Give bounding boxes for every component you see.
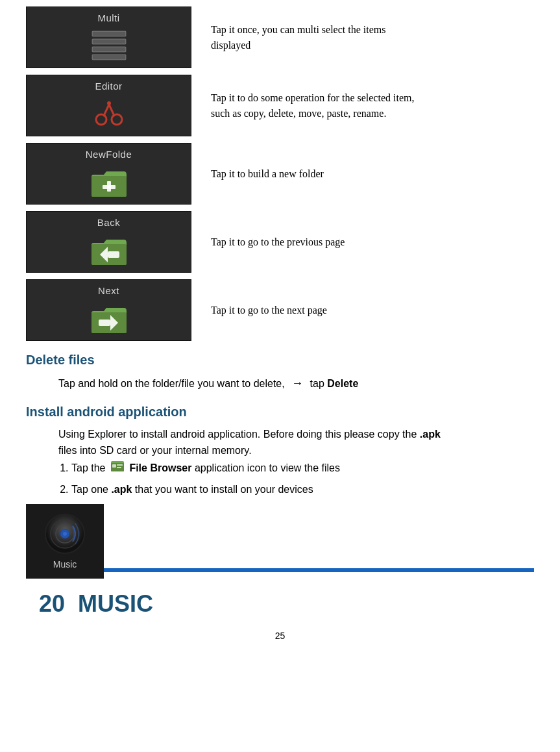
page-content: Multi Tap it once, you can multi s <box>0 0 560 654</box>
newfolder-desc-text: Tap it to build a new folder <box>211 168 324 179</box>
install-step-2: Tap one .apk that you want to install on… <box>71 481 534 498</box>
multi-label: Multi <box>97 12 119 23</box>
svg-point-34 <box>63 532 67 536</box>
chapter-title: MUSIC <box>78 590 153 618</box>
file-browser-icon <box>110 459 125 479</box>
svg-line-11 <box>109 105 114 116</box>
svg-rect-6 <box>92 55 126 60</box>
svg-rect-24 <box>99 320 110 326</box>
music-section: Music <box>26 504 534 579</box>
icon-rows: Multi Tap it once, you can multi s <box>26 6 534 341</box>
back-label: Back <box>97 217 120 228</box>
delete-heading: Delete files <box>26 353 534 368</box>
svg-rect-16 <box>103 185 116 189</box>
next-desc: Tap it to go to the next page <box>191 303 534 318</box>
svg-point-9 <box>112 114 122 125</box>
newfolder-graphic <box>90 163 128 199</box>
delete-arrow: → <box>291 377 303 390</box>
next-row: Next Tap it to go to the next page <box>26 279 534 341</box>
back-desc: Tap it to go to the previous page <box>191 234 534 250</box>
editor-label: Editor <box>95 81 122 92</box>
back-thumbnail: Back <box>26 211 191 273</box>
delete-bold: Delete <box>327 378 358 389</box>
next-label: Next <box>98 285 119 296</box>
svg-rect-4 <box>92 47 126 52</box>
svg-point-8 <box>96 114 106 125</box>
chapter-heading: 20 MUSIC <box>26 590 534 618</box>
next-thumbnail: Next <box>26 279 191 341</box>
svg-rect-0 <box>92 31 126 36</box>
svg-rect-29 <box>117 467 121 468</box>
delete-text-tap: tap <box>310 378 324 389</box>
svg-rect-27 <box>112 464 116 468</box>
chapter-number: 20 <box>39 590 65 618</box>
install-step-1: Tap the File Browser application icon to… <box>71 459 534 479</box>
next-graphic <box>90 299 128 335</box>
newfolder-thumbnail: NewFolde <box>26 143 191 205</box>
svg-rect-28 <box>117 464 123 466</box>
back-row: Back Tap it to go to the previous page <box>26 211 534 273</box>
back-graphic <box>90 231 128 267</box>
install-steps: Tap the File Browser application icon to… <box>71 459 534 497</box>
editor-row: Editor Tap it to do some operation for t… <box>26 75 534 136</box>
editor-thumbnail: Editor <box>26 75 191 136</box>
multi-thumbnail: Multi <box>26 6 191 68</box>
delete-text-before: Tap and hold on the folder/file you want… <box>58 378 285 389</box>
music-icon-label: Music <box>53 559 77 570</box>
apk-bold-2: .apk <box>111 484 132 495</box>
page-number: 25 <box>26 631 534 641</box>
install-intro: Using Explorer to install android applic… <box>58 426 534 459</box>
multi-desc: Tap it once, you can multi select the it… <box>191 22 534 53</box>
multi-row: Multi Tap it once, you can multi s <box>26 6 534 68</box>
install-heading: Install android application <box>26 405 534 420</box>
svg-rect-2 <box>92 39 126 44</box>
blue-divider <box>104 568 534 572</box>
delete-body: Tap and hold on the folder/file you want… <box>58 374 534 393</box>
file-browser-label: File Browser <box>129 462 191 473</box>
newfolder-desc: Tap it to build a new folder <box>191 166 534 182</box>
svg-line-10 <box>104 105 109 116</box>
newfolder-label: NewFolde <box>86 149 132 160</box>
music-thumbnail: Music <box>26 504 104 579</box>
multi-graphic <box>90 27 128 62</box>
svg-point-12 <box>107 101 111 105</box>
svg-rect-20 <box>108 251 119 258</box>
newfolder-row: NewFolde Tap it to build a new folder <box>26 143 534 205</box>
editor-graphic <box>90 95 128 131</box>
apk-bold: .apk <box>420 429 441 440</box>
editor-desc: Tap it to do some operation for the sele… <box>191 90 534 121</box>
install-body: Using Explorer to install android applic… <box>58 426 534 497</box>
